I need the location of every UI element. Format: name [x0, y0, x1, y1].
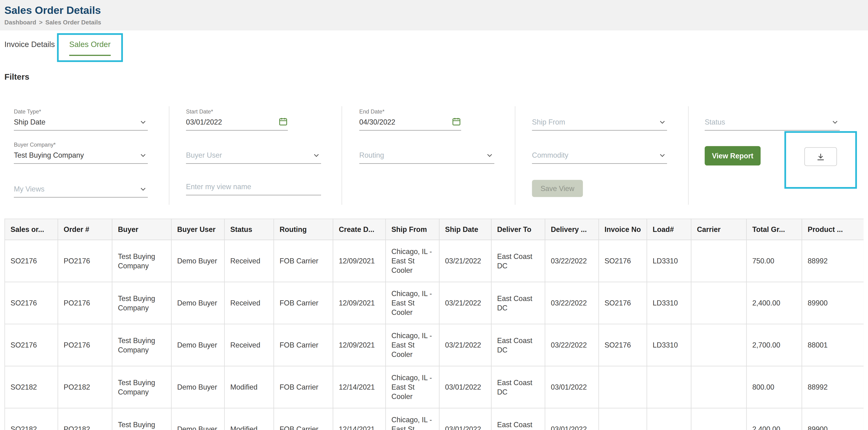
table-header-row: Sales or...Order #BuyerBuyer UserStatusR…: [5, 219, 864, 240]
table-cell: 12/14/2021: [333, 408, 386, 430]
table-cell: Test Buying Company: [112, 282, 172, 324]
date-type-select[interactable]: Date Type* Ship Date: [14, 109, 148, 131]
table-cell: PO2176: [58, 282, 112, 324]
table-cell: SO2176: [5, 282, 58, 324]
commodity-select[interactable]: Commodity: [532, 149, 667, 164]
chevron-down-icon: [832, 118, 839, 126]
column-header-buyer: Buyer: [112, 219, 172, 240]
table-cell: Test Buying Company: [112, 366, 172, 408]
table-body: SO2176PO2176Test Buying CompanyDemo Buye…: [5, 240, 864, 430]
table-cell: SO2182: [5, 408, 58, 430]
column-header-ship-from: Ship From: [385, 219, 439, 240]
filter-divider: [169, 106, 169, 205]
table-cell: 03/21/2022: [439, 282, 491, 324]
table-cell: PO2176: [58, 240, 112, 282]
filter-divider: [688, 106, 689, 205]
table-row: SO2182PO2182Test Buying CompanyDemo Buye…: [5, 408, 864, 430]
table-cell: FOB Carrier: [274, 324, 333, 366]
table-cell: 12/09/2021: [333, 324, 386, 366]
table-cell: 12/14/2021: [333, 366, 386, 408]
table-cell: 750.00: [746, 240, 802, 282]
buyer-company-label: Buyer Company*: [14, 142, 56, 148]
table-cell: [691, 240, 746, 282]
start-date-label: Start Date*: [186, 109, 213, 115]
column-header-deliver-to: Deliver To: [491, 219, 545, 240]
start-date-value: 03/01/2022: [186, 118, 276, 126]
table-cell: [691, 366, 746, 408]
table-cell: 03/01/2022: [545, 366, 599, 408]
commodity-placeholder: Commodity: [532, 151, 655, 159]
routing-select[interactable]: Routing: [360, 149, 495, 164]
table-cell: SO2176: [599, 240, 647, 282]
table-cell: LD3310: [647, 240, 691, 282]
table-cell: 2,400.00: [746, 282, 802, 324]
view-name-input[interactable]: [186, 183, 321, 191]
buyer-company-select[interactable]: Buyer Company* Test Buying Company: [14, 142, 148, 164]
end-date-field[interactable]: End Date* 04/30/2022: [360, 109, 461, 131]
table-cell: [599, 366, 647, 408]
column-header-status: Status: [224, 219, 274, 240]
table-cell: 03/01/2022: [439, 366, 491, 408]
my-views-placeholder: My Views: [14, 185, 135, 193]
table-cell: Demo Buyer: [172, 408, 224, 430]
sales-order-details-page: Sales Order Details Dashboard>Sales Orde…: [0, 0, 868, 430]
table-cell: PO2182: [58, 366, 112, 408]
end-date-value: 04/30/2022: [360, 118, 449, 126]
table-cell: Chicago, IL - East St Cooler: [385, 366, 439, 408]
table-cell: [647, 408, 691, 430]
table-cell: 03/21/2022: [439, 324, 491, 366]
column-header-ship-date: Ship Date: [439, 219, 491, 240]
view-report-button[interactable]: View Report: [705, 146, 761, 165]
column-header-sales-or: Sales or...: [5, 219, 58, 240]
save-view-button[interactable]: Save View: [532, 180, 583, 197]
table-cell: Demo Buyer: [172, 240, 224, 282]
table-cell: FOB Carrier: [274, 240, 333, 282]
table-cell: East Coast DC: [491, 408, 545, 430]
filter-divider: [515, 106, 515, 205]
table-cell: SO2182: [5, 366, 58, 408]
start-date-field[interactable]: Start Date* 03/01/2022: [186, 109, 288, 131]
table-cell: 12/09/2021: [333, 240, 386, 282]
column-header-delivery: Delivery ...: [545, 219, 599, 240]
my-views-select[interactable]: My Views: [14, 183, 148, 197]
table-cell: 89900: [802, 408, 864, 430]
column-header-buyer-user: Buyer User: [172, 219, 224, 240]
status-placeholder: Status: [705, 118, 828, 126]
column-header-routing: Routing: [274, 219, 333, 240]
table-cell: East Coast DC: [491, 324, 545, 366]
end-date-label: End Date*: [360, 109, 384, 115]
status-select[interactable]: Status: [705, 116, 840, 131]
calendar-icon[interactable]: [279, 117, 288, 126]
chevron-down-icon: [313, 152, 320, 159]
table-cell: LD3310: [647, 324, 691, 366]
column-header-order-#: Order #: [58, 219, 112, 240]
table-cell: 800.00: [746, 366, 802, 408]
table-cell: SO2176: [5, 240, 58, 282]
table-cell: East Coast DC: [491, 282, 545, 324]
orders-table: Sales or...Order #BuyerBuyer UserStatusR…: [4, 218, 864, 430]
table-cell: SO2176: [5, 324, 58, 366]
table-cell: Test Buying Company: [112, 324, 172, 366]
table-cell: East Coast DC: [491, 240, 545, 282]
table-row: SO2176PO2176Test Buying CompanyDemo Buye…: [5, 324, 864, 366]
column-header-carrier: Carrier: [691, 219, 746, 240]
table-cell: Chicago, IL - East St Cooler: [385, 324, 439, 366]
table-cell: FOB Carrier: [274, 408, 333, 430]
table-cell: Chicago, IL - East St Cooler: [385, 408, 439, 430]
table-cell: Modified: [224, 408, 274, 430]
table-cell: 03/22/2022: [545, 240, 599, 282]
table-cell: 2,700.00: [746, 324, 802, 366]
buyer-user-select[interactable]: Buyer User: [186, 149, 321, 164]
viewport: Sales Order Details Dashboard>Sales Orde…: [0, 0, 868, 430]
table-cell: Received: [224, 240, 274, 282]
download-button[interactable]: [804, 147, 837, 166]
table-cell: Test Buying Company: [112, 408, 172, 430]
column-header-product: Product ...: [802, 219, 864, 240]
chevron-down-icon: [140, 118, 147, 126]
table-cell: SO2176: [599, 324, 647, 366]
column-header-invoice-no: Invoice No: [599, 219, 647, 240]
ship-from-select[interactable]: Ship From: [532, 116, 667, 131]
chevron-down-icon: [659, 152, 666, 159]
table-cell: Modified: [224, 366, 274, 408]
calendar-icon[interactable]: [452, 117, 461, 126]
